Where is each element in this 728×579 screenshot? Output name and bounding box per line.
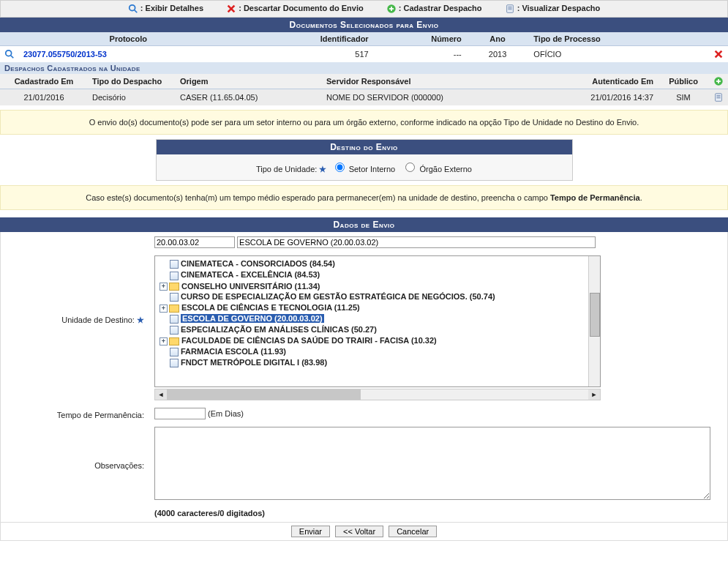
folder-icon (169, 283, 179, 291)
radio-setor-label: Setor Interno (349, 165, 396, 173)
col-origem: Origem (176, 74, 322, 89)
legend-exibir: : Exibir Detalhes (128, 4, 203, 14)
legend-descartar-label: Descartar Documento do Envio (244, 4, 364, 12)
document-icon[interactable] (713, 92, 724, 102)
obs-label: Observações: (94, 461, 144, 470)
scrollbar-horizontal[interactable]: ◄ ► (154, 389, 601, 400)
unidade-name-input[interactable] (237, 236, 596, 248)
scrollbar-vertical[interactable] (588, 256, 600, 386)
tree-node[interactable]: +CONSELHO UNIVERSITÁRIO (11.34) (160, 281, 597, 292)
cell-servidor: NOME DO SERVIDOR (000000) (322, 89, 563, 106)
required-star-icon: ★ (137, 315, 144, 324)
legend-cadastrar: : Cadastrar Despacho (386, 4, 482, 14)
protocol-link[interactable]: 23077.055750/2013-53 (23, 50, 107, 59)
tree-node[interactable]: ESPECIALIZAÇÃO EM ANÁLISES CLÍNICAS (50.… (160, 324, 597, 335)
unidade-tree[interactable]: CINEMATECA - CONSORCIADOS (84.54) CINEMA… (154, 255, 601, 387)
table-row: 23077.055750/2013-53 517 --- 2013 OFÍCIO (0, 46, 728, 63)
col-servidor: Servidor Responsável (322, 74, 563, 89)
legend-visualizar-label: Visualizar Despacho (522, 4, 600, 12)
expand-icon[interactable]: + (160, 305, 168, 313)
arrow-right-icon[interactable]: ► (588, 389, 600, 400)
doc-icon (170, 293, 179, 302)
col-protocolo: Protocolo (19, 32, 238, 46)
table-row: 21/01/2016 Decisório CASER (11.65.04.05)… (0, 89, 728, 106)
col-numero: Número (373, 32, 466, 46)
destino-header: Destino do Envio (157, 140, 572, 154)
dados-header: Dados de Envio (0, 217, 728, 232)
col-tipo: Tipo de Processo (529, 32, 709, 46)
doc-icon (170, 260, 179, 269)
legend-descartar: : Descartar Documento do Envio (226, 4, 364, 14)
col-identificador: Identificador (238, 32, 373, 46)
tree-node[interactable]: CINEMATECA - EXCELÊNCIA (84.53) (160, 269, 597, 280)
unidade-code-input[interactable] (154, 236, 235, 248)
info-tempo: Caso este(s) documento(s) tenha(m) um te… (0, 185, 728, 210)
doc-icon (170, 348, 179, 356)
doc-icon (170, 359, 179, 367)
voltar-button[interactable]: << Voltar (335, 526, 383, 537)
destino-label: Tipo de Unidade: (256, 165, 317, 173)
expand-icon[interactable]: + (160, 337, 168, 345)
svg-rect-7 (506, 5, 513, 13)
cell-autenticado: 21/01/2016 14:37 (563, 89, 658, 106)
enviar-button[interactable]: Enviar (291, 526, 330, 537)
dados-form: Unidade de Destino: ★ CINEMATECA - CONSO… (0, 232, 728, 523)
col-autenticado: Autenticado Em (563, 74, 658, 89)
expand-icon[interactable]: + (160, 283, 168, 291)
col-cadastrado: Cadastrado Em (0, 74, 88, 89)
tree-node[interactable]: CINEMATECA - CONSORCIADOS (84.54) (160, 258, 597, 269)
button-row: Enviar << Voltar Cancelar (0, 523, 728, 541)
cell-numero: --- (373, 46, 466, 63)
tree-node[interactable]: FNDCT METRÓPOLE DIGITAL I (83.98) (160, 357, 597, 368)
doc-icon (170, 315, 179, 324)
cell-origem: CASER (11.65.04.05) (176, 89, 322, 106)
cell-cadastrado: 21/01/2016 (0, 89, 88, 106)
tree-node[interactable]: FARMACIA ESCOLA (11.93) (160, 346, 597, 357)
svg-line-12 (11, 56, 14, 59)
info-envio: O envio do(s) documento(s) pode ser para… (0, 110, 728, 135)
info-tempo-bold: Tempo de Permanência (550, 193, 640, 202)
destino-panel: Destino do Envio Tipo de Unidade: ★ Seto… (156, 139, 573, 181)
tempo-label: Tempo de Permanência: (57, 411, 144, 419)
x-icon[interactable] (713, 49, 724, 59)
doc-icon (170, 326, 179, 335)
tempo-input[interactable] (154, 408, 206, 419)
cell-ano: 2013 (466, 46, 530, 63)
cell-tipo: OFÍCIO (529, 46, 709, 63)
magnifier-icon (128, 4, 138, 14)
col-publico: Público (658, 74, 709, 89)
info-tempo-text: Caso este(s) documento(s) tenha(m) um te… (86, 193, 550, 202)
svg-point-11 (6, 51, 12, 56)
obs-textarea[interactable] (154, 427, 710, 500)
legend-visualizar: : Visualizar Despacho (505, 4, 601, 14)
char-count: (4000 caracteres/0 digitados) (150, 506, 726, 520)
x-icon (226, 4, 236, 14)
col-ano: Ano (466, 32, 530, 46)
unidade-label: Unidade de Destino: (61, 315, 135, 324)
magnifier-icon[interactable] (4, 49, 15, 59)
svg-point-0 (130, 5, 135, 11)
arrow-left-icon[interactable]: ◄ (155, 389, 167, 400)
tree-node[interactable]: CURSO DE ESPECIALIZAÇÃO EM GESTÃO ESTRAT… (160, 291, 597, 302)
document-icon (505, 4, 515, 14)
required-star-icon: ★ (319, 165, 326, 173)
radio-orgao-externo[interactable] (405, 163, 415, 172)
col-tipo-despacho: Tipo do Despacho (88, 74, 176, 89)
plus-circle-icon (386, 4, 397, 14)
svg-rect-18 (716, 94, 722, 102)
plus-circle-icon[interactable] (713, 76, 724, 86)
folder-icon (169, 305, 179, 313)
cancelar-button[interactable]: Cancelar (389, 526, 437, 537)
folder-icon (169, 337, 179, 345)
cell-identificador: 517 (238, 46, 373, 63)
tempo-hint: (Em Dias) (208, 409, 244, 418)
radio-setor-interno[interactable] (335, 163, 345, 172)
docs-header: Documentos Selecionados para Envio (0, 18, 728, 32)
svg-line-1 (135, 10, 138, 13)
cell-publico: SIM (658, 89, 709, 106)
tree-node-selected[interactable]: ESCOLA DE GOVERNO (20.00.03.02) (160, 313, 597, 324)
cell-tipo-despacho: Decisório (88, 89, 176, 106)
tree-node[interactable]: +ESCOLA DE CIÊNCIAS E TECNOLOGIA (11.25) (160, 302, 597, 313)
tree-node[interactable]: +FACULDADE DE CIÊNCIAS DA SAÚDE DO TRAIR… (160, 335, 597, 346)
radio-orgao-label: Órgão Externo (419, 165, 472, 173)
